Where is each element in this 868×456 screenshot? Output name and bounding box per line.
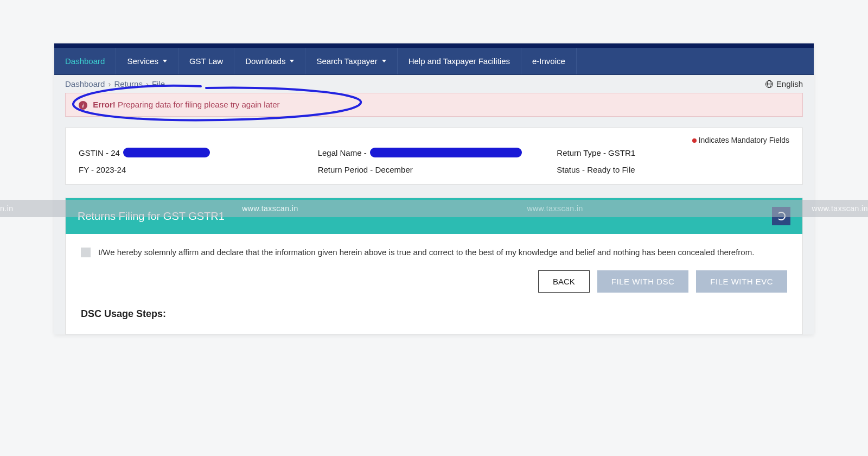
- language-label: English: [776, 79, 803, 88]
- nav-gst-law[interactable]: GST Law: [178, 48, 234, 74]
- nav-help[interactable]: Help and Taxpayer Facilities: [398, 48, 521, 74]
- nav-dashboard-label: Dashboard: [65, 56, 105, 66]
- gstin-field: GSTIN - 24: [79, 148, 311, 157]
- fy-label: FY - 2023-24: [79, 165, 126, 174]
- chevron-down-icon: [290, 60, 294, 62]
- app-frame: Dashboard Services GST Law Downloads Sea…: [54, 43, 814, 334]
- back-button[interactable]: BACK: [538, 270, 590, 293]
- main-navbar: Dashboard Services GST Law Downloads Sea…: [54, 48, 814, 75]
- refresh-button[interactable]: [772, 207, 790, 225]
- returns-panel-header: Returns Filing for GST GSTR1: [66, 198, 802, 234]
- error-alert: i Error! Preparing data for filing pleas…: [65, 93, 803, 117]
- return-period-field: Return Period - December: [318, 165, 551, 174]
- status-field: Status - Ready to File: [557, 165, 789, 174]
- breadcrumb-returns[interactable]: Returns: [114, 79, 143, 88]
- mandatory-dot-icon: [692, 138, 697, 143]
- chevron-down-icon: [163, 60, 167, 62]
- nav-einvoice-label: e-Invoice: [532, 56, 565, 66]
- redacted-gstin: [123, 148, 210, 157]
- nav-einvoice[interactable]: e-Invoice: [521, 48, 577, 74]
- error-alert-strong: Error!: [93, 100, 116, 109]
- return-info-card: Indicates Mandatory Fields GSTIN - 24 Le…: [65, 128, 803, 185]
- returns-filing-panel: Returns Filing for GST GSTR1 I/We hereby…: [65, 198, 803, 334]
- info-icon: i: [79, 101, 87, 110]
- mandatory-text: Indicates Mandatory Fields: [699, 136, 789, 144]
- affirmation-checkbox[interactable]: [81, 248, 91, 257]
- mandatory-note: Indicates Mandatory Fields: [79, 136, 789, 144]
- fy-field: FY - 2023-24: [79, 165, 311, 174]
- legal-name-field: Legal Name -: [318, 148, 551, 157]
- error-alert-text: Preparing data for filing please try aga…: [116, 100, 280, 109]
- breadcrumb-separator: ›: [108, 79, 111, 88]
- returns-panel-body: I/We hereby solemnly affirm and declare …: [66, 234, 802, 334]
- return-period-label: Return Period - December: [318, 165, 413, 174]
- nav-search-taxpayer-label: Search Taxpayer: [316, 56, 377, 66]
- globe-icon: [765, 80, 773, 88]
- language-selector[interactable]: English: [765, 79, 803, 88]
- nav-search-taxpayer[interactable]: Search Taxpayer: [305, 48, 397, 74]
- breadcrumb-file: File: [152, 79, 165, 88]
- button-row: BACK FILE WITH DSC FILE WITH EVC: [81, 270, 787, 293]
- chevron-down-icon: [382, 60, 386, 62]
- file-with-evc-button[interactable]: FILE WITH EVC: [696, 270, 787, 293]
- refresh-icon: [777, 212, 786, 220]
- breadcrumb-separator: ›: [146, 79, 149, 88]
- top-accent-bar: [54, 43, 814, 48]
- gstin-label: GSTIN - 24: [79, 148, 120, 157]
- nav-downloads[interactable]: Downloads: [234, 48, 305, 74]
- nav-services[interactable]: Services: [116, 48, 178, 74]
- returns-panel-title: Returns Filing for GST GSTR1: [78, 210, 225, 223]
- legal-name-label: Legal Name -: [318, 148, 367, 157]
- affirmation-text: I/We hereby solemnly affirm and declare …: [98, 246, 754, 258]
- breadcrumb: Dashboard › Returns › File: [65, 79, 165, 88]
- nav-help-label: Help and Taxpayer Facilities: [409, 56, 510, 66]
- nav-downloads-label: Downloads: [245, 56, 285, 66]
- dsc-usage-steps-heading: DSC Usage Steps:: [81, 307, 787, 322]
- nav-services-label: Services: [127, 56, 158, 66]
- breadcrumb-dashboard[interactable]: Dashboard: [65, 79, 105, 88]
- alert-container: i Error! Preparing data for filing pleas…: [54, 93, 814, 122]
- subheader: Dashboard › Returns › File English: [54, 75, 814, 93]
- nav-dashboard[interactable]: Dashboard: [54, 48, 116, 74]
- return-type-label: Return Type - GSTR1: [557, 148, 635, 157]
- redacted-legal-name: [370, 148, 522, 157]
- affirmation-row: I/We hereby solemnly affirm and declare …: [81, 246, 787, 258]
- content-area: Indicates Mandatory Fields GSTIN - 24 Le…: [54, 122, 814, 334]
- nav-gst-law-label: GST Law: [189, 56, 223, 66]
- return-type-field: Return Type - GSTR1: [557, 148, 789, 157]
- file-with-dsc-button[interactable]: FILE WITH DSC: [597, 270, 689, 293]
- status-label: Status - Ready to File: [557, 165, 635, 174]
